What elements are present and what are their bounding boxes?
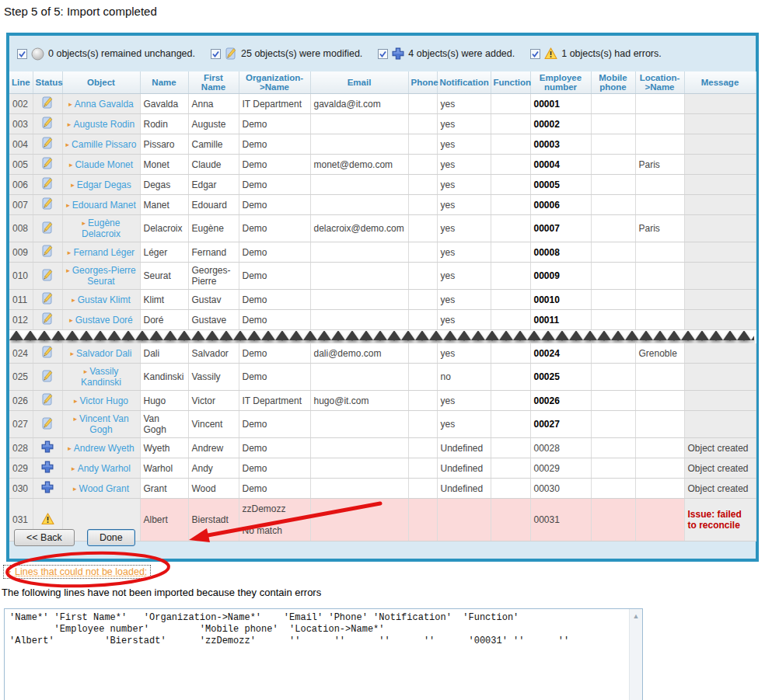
line-number: 028 — [9, 438, 33, 458]
bullet-icon: ▸ — [68, 100, 72, 108]
torn-edge-cell — [9, 330, 756, 344]
pencil-icon — [41, 96, 54, 111]
mobile-phone-cell — [591, 242, 635, 263]
function-cell — [491, 195, 530, 215]
email-cell — [310, 114, 408, 134]
function-cell — [491, 242, 530, 263]
object-link[interactable]: Wood Grant — [79, 483, 129, 494]
column-header-message: Message — [684, 71, 756, 94]
employee-number-cell: 00010 — [530, 290, 591, 310]
bullet-icon: ▸ — [74, 397, 78, 405]
employee-number-cell: 00028 — [530, 438, 591, 458]
organization-cell: Demo — [239, 290, 310, 310]
location-cell — [635, 134, 684, 155]
object-link[interactable]: Auguste Rodin — [73, 119, 134, 130]
location-cell — [635, 94, 684, 114]
error-description: The following lines have not been import… — [2, 587, 321, 598]
table-row: 002 ▸Anna Gavalda Gavalda Anna IT Depart… — [9, 94, 756, 114]
message-cell — [684, 114, 756, 134]
pencil-icon — [41, 177, 54, 192]
organization-cell: Demo — [239, 215, 310, 242]
pencil-icon — [41, 417, 54, 432]
lines-not-loaded-toggle[interactable]: ▾ Lines that could not be loaded: — [3, 565, 151, 579]
object-link[interactable]: Edgar Degas — [77, 179, 131, 190]
phone-cell — [408, 438, 437, 458]
name-cell: Van Gogh — [140, 411, 188, 438]
line-number: 005 — [9, 155, 33, 175]
bullet-icon: ▸ — [73, 415, 77, 423]
object-link[interactable]: Fernand Léger — [73, 247, 134, 258]
location-cell — [635, 364, 684, 391]
lines-not-loaded-link[interactable]: Lines that could not be loaded: — [15, 566, 147, 577]
employee-number-cell: 00027 — [530, 411, 591, 438]
object-link[interactable]: Gustave Doré — [75, 315, 133, 326]
employee-number-cell: 00030 — [530, 479, 591, 499]
function-cell — [491, 411, 530, 438]
status-cell — [33, 479, 62, 499]
object-link[interactable]: Salvador Dali — [76, 348, 131, 359]
mobile-phone-cell — [591, 175, 635, 195]
mobile-phone-cell — [591, 458, 635, 479]
bullet-icon: ▸ — [69, 161, 73, 169]
plus-icon — [392, 47, 404, 60]
line-number: 012 — [9, 310, 33, 330]
status-cell — [33, 134, 62, 155]
scroll-up-icon[interactable]: ▲ — [630, 609, 642, 622]
checkbox-icon[interactable] — [530, 49, 540, 59]
line-number: 006 — [9, 175, 33, 195]
first-name-cell: Claude — [188, 155, 239, 175]
first-name-cell: Victor — [188, 391, 239, 411]
line-number: 030 — [9, 479, 33, 499]
object-link[interactable]: Andy Warhol — [78, 463, 131, 474]
column-header-org: Organization->Name — [239, 71, 310, 94]
email-cell — [310, 263, 408, 290]
error-log-box[interactable]: 'Name*' 'First Name*' 'Organization->Nam… — [4, 608, 643, 700]
back-button[interactable]: << Back — [14, 529, 75, 546]
checkbox-icon[interactable] — [378, 49, 388, 59]
object-link[interactable]: Gustav Klimt — [78, 294, 131, 305]
name-cell: Manet — [140, 195, 188, 215]
object-link[interactable]: Victor Hugo — [80, 395, 128, 406]
object-link[interactable]: Anna Gavalda — [75, 99, 134, 110]
mobile-phone-cell — [591, 343, 635, 364]
object-link[interactable]: Edouard Manet — [72, 200, 136, 211]
bullet-icon: ▸ — [82, 219, 86, 227]
mobile-phone-cell — [591, 114, 635, 134]
name-cell: Doré — [140, 310, 188, 330]
summary-item: 1 objects(s) had errors. — [530, 47, 662, 60]
notification-cell: yes — [437, 411, 491, 438]
object-link[interactable]: Eugène Delacroix — [82, 218, 121, 239]
mobile-phone-cell — [591, 215, 635, 242]
function-cell — [491, 175, 530, 195]
name-cell: Delacroix — [140, 215, 188, 242]
message-cell: Object created — [684, 458, 756, 479]
location-cell — [635, 391, 684, 411]
torn-edge — [9, 330, 756, 344]
object-link[interactable]: Vincent Van Gogh — [79, 413, 129, 435]
status-cell — [33, 242, 62, 263]
function-cell — [491, 263, 530, 290]
checkbox-icon[interactable] — [211, 49, 221, 59]
object-link[interactable]: Andrew Wyeth — [74, 443, 134, 454]
page-title: Step 5 of 5: Import completed — [4, 5, 157, 18]
object-link[interactable]: Camille Pissaro — [72, 139, 136, 150]
done-button[interactable]: Done — [87, 529, 135, 546]
mobile-phone-cell — [591, 391, 635, 411]
name-cell: Degas — [140, 175, 188, 195]
message-cell — [684, 134, 756, 155]
pencil-icon — [41, 292, 54, 307]
location-cell — [635, 499, 684, 542]
organization-cell: Demo — [239, 134, 310, 155]
phone-cell — [408, 499, 437, 542]
object-link[interactable]: Claude Monet — [75, 159, 133, 170]
phone-cell — [408, 458, 437, 479]
column-header-employee: Employee number — [530, 71, 591, 94]
checkbox-icon[interactable] — [17, 49, 27, 59]
object-cell: ▸Eugène Delacroix — [62, 215, 140, 242]
summary-item: 0 objects(s) remained unchanged. — [17, 47, 195, 61]
function-cell — [491, 155, 530, 175]
notification-cell: yes — [437, 195, 491, 215]
object-link[interactable]: Georges-Pierre Seurat — [72, 265, 136, 287]
log-scrollbar[interactable]: ▲ — [629, 609, 642, 700]
object-cell: ▸Auguste Rodin — [62, 114, 140, 134]
